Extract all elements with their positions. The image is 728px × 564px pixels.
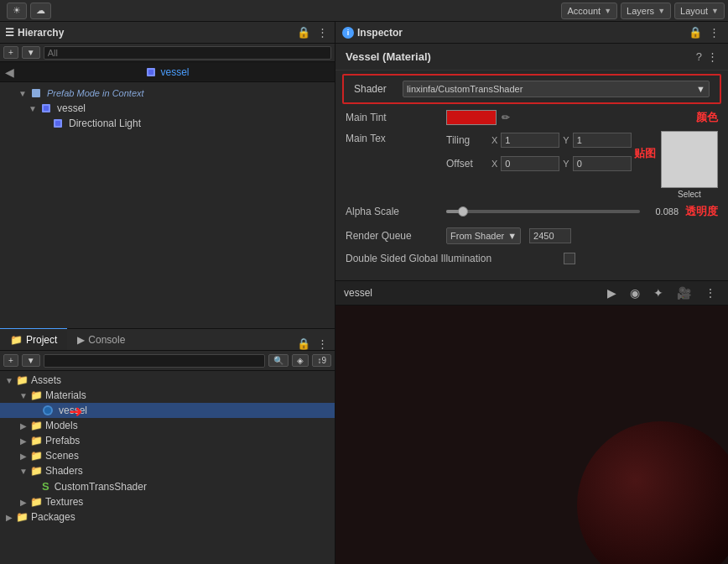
left-panel: ☰ Hierarchy 🔒 ⋮ + ▼ ◀	[0, 22, 335, 564]
scenes-item[interactable]: ▶ 📁 Scenes	[0, 448, 335, 463]
hierarchy-search-input[interactable]	[44, 46, 331, 60]
cloud-icon-btn[interactable]: ☁	[30, 3, 51, 19]
project-tree[interactable]: ▼ 📁 Assets ▼ 📁 Materials	[0, 371, 335, 564]
hierarchy-down-btn[interactable]: ▼	[22, 46, 40, 59]
project-num-btn[interactable]: ↕9	[312, 354, 331, 367]
material-more-btn[interactable]: ⋮	[707, 50, 718, 63]
assets-root-item[interactable]: ▼ 📁 Assets	[0, 373, 335, 388]
alpha-scale-slider[interactable]: 0.088	[446, 206, 679, 217]
models-item[interactable]: ▶ 📁 Models	[0, 418, 335, 433]
camera-preview-btn[interactable]: 🎥	[673, 285, 694, 301]
tab-project[interactable]: 📁 Project	[0, 328, 67, 350]
light-preview-btn[interactable]: ✦	[650, 285, 667, 301]
custom-shader-item[interactable]: S CustomTransShader	[0, 478, 335, 494]
project-tab-icon: 📁	[10, 334, 23, 346]
directional-light-cube-icon	[52, 118, 64, 129]
offset-x-input[interactable]	[501, 156, 559, 171]
nav-vessel-label: vessel	[145, 66, 189, 78]
offset-x-label: X	[491, 159, 497, 169]
project-more-btn[interactable]: ⋮	[315, 337, 330, 350]
double-sided-checkbox[interactable]	[564, 253, 575, 264]
rq-arrow-icon: ▼	[507, 231, 517, 241]
shader-row: Shader linxinfa/CustomTransShader ▼	[342, 74, 721, 104]
hierarchy-lock-btn[interactable]: 🔒	[295, 26, 312, 39]
project-search-btn[interactable]: 🔍	[268, 354, 289, 367]
more-preview-btn[interactable]: ⋮	[701, 285, 720, 301]
inspector-lock-btn[interactable]: 🔒	[687, 26, 704, 39]
main-tint-row: Main Tint ✏ 颜色	[335, 107, 728, 128]
slider-thumb[interactable]	[458, 206, 468, 217]
vessel-file-item[interactable]: vessel ➜	[0, 403, 335, 418]
layout-label: Layout	[680, 6, 708, 16]
offset-label: Offset	[446, 158, 488, 170]
color-annotation: 颜色	[696, 110, 718, 125]
vessel-cube-icon	[145, 66, 157, 78]
hierarchy-back-btn[interactable]: ◀	[5, 65, 14, 79]
shaders-arrow-icon: ▼	[19, 467, 28, 476]
materials-item[interactable]: ▼ 📁 Materials	[0, 388, 335, 403]
shaders-item[interactable]: ▼ 📁 Shaders	[0, 463, 335, 478]
shaders-label: Shaders	[45, 465, 83, 477]
shader-value-label: linxinfa/CustomTransShader	[407, 84, 523, 94]
textures-folder-icon: 📁	[30, 496, 43, 508]
tiling-y-input[interactable]	[573, 133, 632, 148]
hierarchy-menu-icon: ☰	[5, 27, 14, 39]
layout-dropdown[interactable]: Layout ▼	[674, 3, 725, 19]
alpha-scale-row: Alpha Scale 0.088 透明度	[335, 201, 728, 222]
hierarchy-header: ☰ Hierarchy 🔒 ⋮	[0, 22, 335, 44]
tiling-label: Tiling	[446, 134, 488, 146]
hierarchy-more-btn[interactable]: ⋮	[315, 26, 330, 39]
materials-folder-icon: 📁	[30, 389, 43, 401]
material-header: Vessel (Material) ? ⋮	[335, 44, 728, 70]
directional-light-item[interactable]: Directional Light	[0, 116, 335, 131]
project-filter-btn[interactable]: ◈	[292, 354, 309, 367]
inspector-content: Vessel (Material) ? ⋮ Shader linxinfa/Cu…	[335, 44, 728, 280]
render-queue-row: Render Queue From Shader ▼	[335, 225, 728, 247]
packages-arrow-icon: ▶	[5, 513, 13, 522]
sun-icon-btn[interactable]: ☀	[7, 3, 27, 19]
prefab-mode-item[interactable]: ▼ Prefab Mode in Context	[0, 86, 335, 101]
eyedropper-btn[interactable]: ✏	[502, 112, 510, 123]
project-down-btn[interactable]: ▼	[22, 354, 40, 367]
color-swatch[interactable]	[446, 110, 497, 125]
hierarchy-nav: ◀ vessel	[0, 62, 335, 82]
vessel-tree-item[interactable]: ▼ vessel	[0, 101, 335, 116]
inspector-panel: i Inspector 🔒 ⋮ Vessel (Material) ? ⋮	[335, 22, 728, 280]
tab-console[interactable]: ▶ Console	[67, 328, 135, 350]
layout-arrow-icon: ▼	[711, 7, 719, 15]
textures-item[interactable]: ▶ 📁 Textures	[0, 494, 335, 509]
inspector-title: i Inspector	[342, 27, 403, 39]
prefabs-item[interactable]: ▶ 📁 Prefabs	[0, 433, 335, 448]
custom-shader-icon: S	[42, 480, 49, 493]
render-queue-dropdown[interactable]: From Shader ▼	[446, 227, 521, 244]
double-sided-row: Double Sided Global Illumination	[335, 250, 728, 267]
packages-folder-icon: 📁	[16, 511, 29, 523]
vessel-tree-label: vessel	[57, 102, 86, 114]
hierarchy-add-btn[interactable]: +	[3, 46, 18, 59]
shader-dropdown[interactable]: linxinfa/CustomTransShader ▼	[403, 81, 710, 97]
hierarchy-tree[interactable]: ▼ Prefab Mode in Context ▼ vessel	[0, 82, 335, 328]
inspector-header-btns: 🔒 ⋮	[687, 26, 721, 39]
svg-rect-1	[148, 70, 153, 75]
tex-annotation: 贴图	[634, 146, 656, 161]
top-bar: ☀ ☁ Account ▼ Layers ▼ Layout ▼	[0, 0, 728, 22]
tiling-x-input[interactable]	[501, 133, 559, 148]
models-arrow-icon: ▶	[19, 421, 28, 431]
sphere-preview-btn[interactable]: ◉	[627, 285, 643, 301]
render-queue-input[interactable]	[529, 228, 571, 243]
offset-y-input[interactable]	[573, 156, 632, 171]
packages-item[interactable]: ▶ 📁 Packages	[0, 509, 335, 525]
project-search-input[interactable]	[44, 354, 266, 368]
play-preview-btn[interactable]: ▶	[604, 285, 620, 301]
project-lock-btn[interactable]: 🔒	[295, 337, 312, 350]
account-dropdown[interactable]: Account ▼	[561, 3, 617, 19]
project-add-btn[interactable]: +	[3, 354, 18, 367]
material-icons: ? ⋮	[696, 50, 718, 63]
inspector-more-btn[interactable]: ⋮	[707, 26, 721, 39]
materials-arrow-icon: ▼	[19, 391, 28, 400]
project-toolbar: + ▼ 🔍 ◈ ↕9	[0, 351, 335, 371]
layers-dropdown[interactable]: Layers ▼	[621, 3, 671, 19]
assets-label: Assets	[31, 374, 61, 386]
material-help-btn[interactable]: ?	[696, 50, 702, 63]
texture-preview[interactable]	[661, 131, 718, 188]
